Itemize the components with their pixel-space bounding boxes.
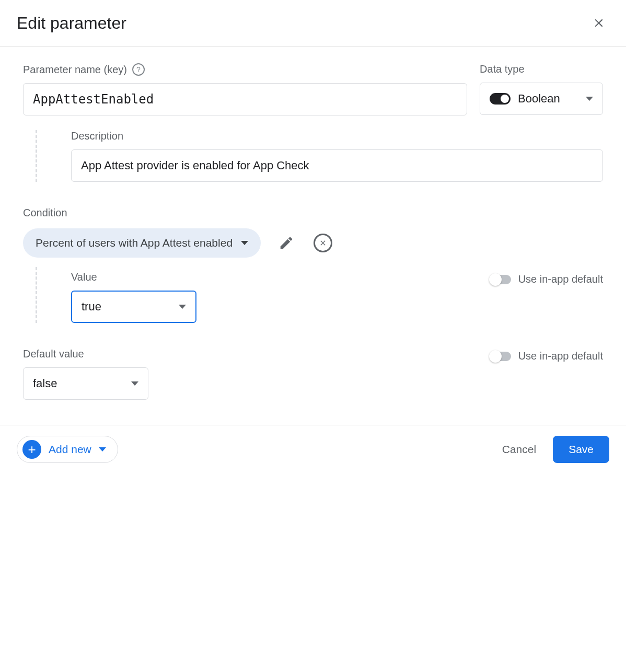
- chevron-down-icon: [586, 97, 593, 101]
- description-input[interactable]: [71, 149, 603, 182]
- default-value-select[interactable]: false: [23, 367, 148, 400]
- chevron-down-icon: [179, 305, 186, 309]
- param-name-input[interactable]: [23, 83, 467, 115]
- datatype-group: Data type Boolean: [480, 63, 603, 115]
- close-icon: [592, 16, 606, 30]
- default-inapp-label: Use in-app default: [518, 350, 603, 362]
- description-label: Description: [71, 130, 603, 142]
- tree-line: [36, 130, 37, 182]
- dialog-header: Edit parameter: [0, 0, 626, 47]
- datatype-select[interactable]: Boolean: [480, 83, 603, 115]
- datatype-value: Boolean: [518, 92, 578, 106]
- param-name-label-text: Parameter name (key): [23, 64, 127, 76]
- default-inapp-toggle[interactable]: [490, 352, 511, 361]
- save-button[interactable]: Save: [553, 436, 609, 463]
- chevron-down-icon: [131, 381, 138, 386]
- datatype-label: Data type: [480, 63, 603, 75]
- default-value-text: false: [33, 377, 57, 390]
- dialog-title: Edit parameter: [17, 14, 126, 33]
- chevron-down-icon: [241, 241, 248, 245]
- pencil-icon: [279, 235, 294, 251]
- condition-inapp-toggle[interactable]: [490, 275, 511, 284]
- boolean-toggle-icon: [490, 93, 511, 105]
- param-name-group: Parameter name (key) ?: [23, 63, 467, 115]
- condition-chip-text: Percent of users with App Attest enabled: [36, 237, 233, 249]
- plus-icon: +: [22, 440, 41, 459]
- condition-inapp-label: Use in-app default: [518, 273, 603, 285]
- cancel-button[interactable]: Cancel: [502, 443, 536, 456]
- remove-condition-button[interactable]: [312, 232, 334, 254]
- close-button[interactable]: [588, 13, 609, 33]
- condition-value-select[interactable]: true: [71, 291, 196, 323]
- param-name-label: Parameter name (key) ?: [23, 63, 467, 76]
- add-new-button[interactable]: + Add new: [17, 436, 118, 463]
- condition-label: Condition: [23, 207, 603, 219]
- tree-line: [36, 267, 37, 323]
- close-circle-icon: [314, 234, 332, 252]
- dialog-content: Parameter name (key) ? Data type Boolean…: [0, 47, 626, 425]
- dialog-footer: + Add new Cancel Save: [0, 425, 626, 473]
- value-label: Value: [71, 271, 196, 283]
- condition-chip[interactable]: Percent of users with App Attest enabled: [23, 228, 261, 258]
- help-icon[interactable]: ?: [132, 63, 145, 76]
- add-new-label: Add new: [49, 443, 91, 456]
- chevron-down-icon: [99, 447, 106, 451]
- default-value-label: Default value: [23, 348, 148, 360]
- edit-condition-button[interactable]: [275, 232, 297, 254]
- condition-value-text: true: [82, 300, 101, 314]
